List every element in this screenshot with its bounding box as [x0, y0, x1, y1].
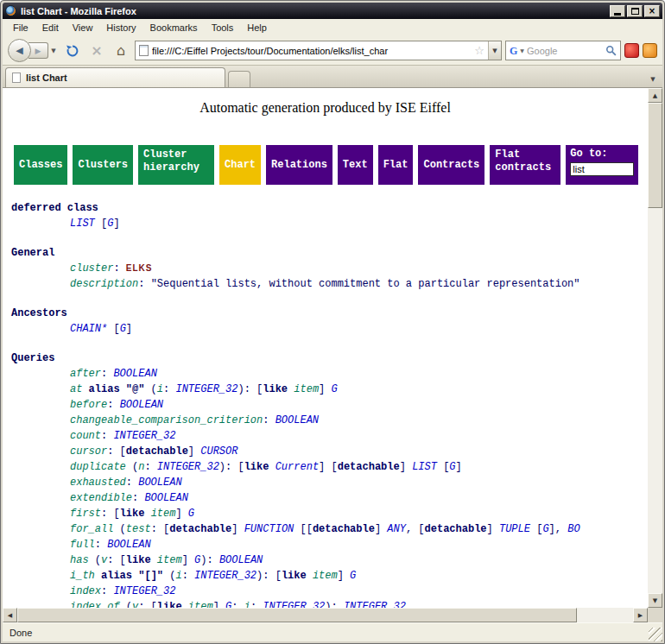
nav-button-contracts[interactable]: Contracts: [418, 145, 484, 185]
home-button[interactable]: ⌂: [111, 41, 131, 61]
bookmark-star-icon[interactable]: ☆: [474, 44, 484, 57]
document-page: Automatic generation produced by ISE Eif…: [3, 88, 648, 608]
nav-button-cluster-hierarchy[interactable]: Cluster hierarchy: [138, 145, 214, 185]
section-heading: Queries: [3, 350, 648, 366]
close-icon: ×: [649, 7, 656, 16]
nav-button-text[interactable]: Text: [338, 145, 373, 185]
code-line: at alias "@" (i: INTEGER_32): [like item…: [3, 382, 648, 397]
section: Queriesafter: BOOLEANat alias "@" (i: IN…: [3, 350, 648, 608]
google-icon: G: [510, 46, 517, 56]
back-button[interactable]: ◀: [8, 39, 31, 62]
nav-button-flat[interactable]: Flat: [378, 145, 414, 185]
code-line: has (v: [like item] G): BOOLEAN: [3, 552, 648, 568]
code-line: before: BOOLEAN: [3, 397, 648, 413]
scrollbar-corner: [648, 608, 662, 622]
code-line: full: BOOLEAN: [3, 537, 648, 552]
menu-item-bookmarks[interactable]: Bookmarks: [143, 21, 205, 35]
history-dropdown-button[interactable]: ▼: [48, 42, 59, 59]
code-line: for_all (test: [detachable] FUNCTION [[d…: [3, 521, 648, 537]
code-line: extendible: BOOLEAN: [3, 490, 648, 506]
resize-grip[interactable]: [649, 628, 662, 641]
refresh-button[interactable]: [62, 41, 83, 61]
goto-input[interactable]: [570, 162, 634, 176]
code-line: LIST [G]: [3, 216, 648, 231]
title-bar[interactable]: list Chart - Mozilla Firefox ×: [3, 3, 662, 19]
code-line: changeable_comparison_criterion: BOOLEAN: [3, 413, 648, 428]
search-input[interactable]: [527, 46, 603, 56]
menu-item-history[interactable]: History: [99, 21, 142, 35]
section: AncestorsCHAIN* [G]: [3, 306, 648, 337]
horizontal-scrollbar-track[interactable]: [577, 608, 633, 622]
code-line: i_th alias "[]" (i: INTEGER_32): [like i…: [3, 568, 648, 584]
sections: deferred classLIST [G]Generalcluster: EL…: [3, 200, 648, 608]
nav-button-flat-contracts[interactable]: Flat contracts: [490, 145, 560, 185]
code-line: index: INTEGER_32: [3, 584, 648, 599]
scroll-left-button[interactable]: ◀: [3, 608, 17, 622]
section: Generalcluster: ELKSdescription: "Sequen…: [3, 245, 648, 292]
menu-item-view[interactable]: View: [66, 21, 100, 35]
minimize-button[interactable]: [610, 5, 625, 17]
nav-button-chart[interactable]: Chart: [219, 145, 261, 185]
navigation-toolbar: ◀ ▶ ▼ × ⌂ ☆ ▼ G ▼: [3, 36, 662, 66]
list-all-tabs-button[interactable]: ▼: [646, 71, 660, 87]
section-heading: General: [3, 245, 648, 261]
stop-button[interactable]: ×: [86, 41, 107, 61]
scroll-right-button[interactable]: ▶: [633, 608, 648, 622]
maximize-button[interactable]: [627, 5, 643, 17]
page-icon: [139, 45, 149, 56]
status-text: Done: [10, 628, 32, 638]
section-heading: Ancestors: [3, 306, 648, 321]
nav-button-relations[interactable]: Relations: [266, 145, 332, 185]
search-box: G ▼: [505, 41, 621, 60]
code-line: exhausted: BOOLEAN: [3, 475, 648, 490]
menu-bar: File Edit View History Bookmarks Tools H…: [3, 19, 662, 36]
code-line: count: INTEGER_32: [3, 428, 648, 444]
section: deferred classLIST [G]: [3, 200, 648, 231]
addon-icon-red[interactable]: [624, 43, 639, 58]
refresh-icon: [66, 44, 79, 58]
menu-item-tools[interactable]: Tools: [205, 21, 241, 35]
code-line: cursor: [detachable] CURSOR: [3, 444, 648, 459]
menu-item-help[interactable]: Help: [240, 21, 274, 35]
address-bar: ☆ ▼: [135, 41, 502, 60]
addon-icon-orange[interactable]: [643, 43, 657, 58]
search-engine-dropdown[interactable]: ▼: [520, 47, 524, 54]
new-tab-button[interactable]: [228, 71, 250, 87]
tab-bar: list Chart ▼: [3, 66, 662, 88]
goto-box: Go to:: [566, 145, 638, 185]
forward-button[interactable]: ▶: [28, 42, 48, 59]
history-navigation: ◀ ▶ ▼: [8, 39, 59, 62]
page-title: Automatic generation produced by ISE Eif…: [3, 100, 648, 116]
home-icon: ⌂: [117, 42, 125, 59]
close-button[interactable]: ×: [644, 5, 660, 17]
nav-button-clusters[interactable]: Clusters: [73, 145, 133, 185]
horizontal-scrollbar-thumb[interactable]: [17, 608, 577, 622]
scroll-down-button[interactable]: ▼: [648, 593, 662, 608]
status-bar: Done: [3, 622, 662, 641]
page-content: Automatic generation produced by ISE Eif…: [3, 88, 662, 608]
window-title: list Chart - Mozilla Firefox: [21, 6, 605, 16]
chart-nav-buttons: Classes Clusters Cluster hierarchy Chart…: [14, 145, 648, 185]
code-line: cluster: ELKS: [3, 261, 648, 276]
window-controls: ×: [610, 5, 660, 17]
menu-item-edit[interactable]: Edit: [35, 21, 66, 35]
horizontal-scrollbar[interactable]: ◀ ▶: [3, 608, 662, 622]
stop-icon: ×: [91, 42, 102, 59]
scroll-up-button[interactable]: ▲: [648, 88, 662, 103]
goto-label: Go to:: [570, 148, 607, 160]
vertical-scrollbar[interactable]: ▲ ▼: [648, 88, 662, 608]
menu-item-file[interactable]: File: [6, 21, 35, 35]
code-line: description: "Sequential lists, without …: [3, 276, 648, 292]
code-line: after: BOOLEAN: [3, 366, 648, 382]
address-input[interactable]: [152, 46, 471, 56]
browser-window: list Chart - Mozilla Firefox × File Edit…: [0, 0, 665, 644]
tab-list-chart[interactable]: list Chart: [5, 67, 225, 87]
address-dropdown-button[interactable]: ▼: [488, 41, 501, 60]
minimize-icon: [614, 13, 621, 16]
vertical-scrollbar-thumb[interactable]: [648, 103, 662, 208]
tab-label: list Chart: [26, 73, 67, 83]
search-icon[interactable]: [605, 45, 617, 56]
nav-button-classes[interactable]: Classes: [14, 145, 67, 185]
firefox-icon: [5, 5, 16, 16]
code-line: CHAIN* [G]: [3, 321, 648, 337]
